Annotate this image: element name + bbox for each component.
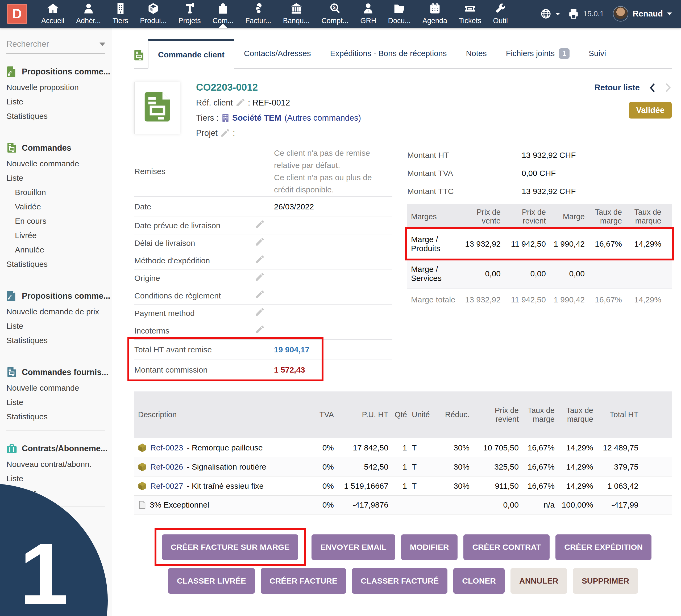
sidebar-title-propositions[interactable]: Propositions comme... [6, 66, 105, 77]
nav-item-documents[interactable]: Docu... [382, 0, 417, 28]
edit-pencil-icon[interactable] [255, 273, 264, 282]
globe-icon[interactable] [540, 8, 551, 19]
creer-expedition-button[interactable]: CRÉER EXPÉDITION [555, 534, 652, 560]
margin-row-services: Marge / Services 0,00 0,00 0,00 [407, 259, 672, 288]
classer-livree-button[interactable]: CLASSER LIVRÉE [168, 568, 255, 594]
product-ref-link[interactable]: Ref-0026 [150, 462, 183, 472]
edit-ref-client-pencil-icon[interactable] [236, 99, 245, 107]
tab-fichiers-joints[interactable]: Fichiers joints 1 [496, 39, 579, 68]
tab-expeditions[interactable]: Expéditions - Bons de réceptions [321, 39, 456, 68]
edit-pencil-icon[interactable] [255, 291, 264, 299]
banner-right: Retour liste Validée [594, 82, 672, 138]
avatar[interactable] [613, 6, 628, 22]
supprimer-button[interactable]: SUPPRIMER [573, 568, 638, 594]
globe-caret-icon[interactable] [555, 13, 560, 15]
sidebar-title-commandes-fournisseurs[interactable]: Commandes fournis... [6, 367, 105, 378]
product-ref-link[interactable]: Ref-0023 [150, 443, 183, 452]
sidebar-item[interactable]: Statistiques [6, 413, 105, 421]
printer-icon[interactable] [568, 8, 579, 19]
remise-note-2: Ce client n'a pas ou plus de crédit disp… [274, 171, 393, 196]
classer-facture-button[interactable]: CLASSER FACTURÉ [352, 568, 448, 594]
margin-row-totale: Marge totale 13 932,92 11 942,50 1 990,4… [407, 288, 672, 311]
sidebar-item[interactable]: Liste [6, 398, 105, 406]
sidebar-item[interactable]: Liste [6, 322, 105, 330]
sidebar-search-input[interactable]: Rechercher [6, 39, 105, 54]
home-icon [47, 3, 58, 14]
search-caret-icon[interactable] [100, 43, 105, 46]
sidebar-item[interactable]: Liste [6, 98, 105, 106]
edit-projet-pencil-icon[interactable] [221, 129, 230, 138]
tab-suivi[interactable]: Suivi [579, 39, 615, 68]
nav-item-grh[interactable]: GRH [354, 0, 382, 28]
nav-item-accueil[interactable]: Accueil [35, 0, 70, 28]
dolibarr-logo[interactable]: D [7, 4, 27, 24]
sidebar-item[interactable]: Nouvelle demande de prix [6, 308, 105, 316]
actions-row-1: CRÉER FACTURE SUR MARGE ENVOYER EMAIL MO… [134, 528, 672, 566]
envoyer-email-button[interactable]: ENVOYER EMAIL [311, 534, 395, 560]
sidebar-item[interactable]: Nouveau contrat/abonn. [6, 460, 105, 468]
edit-pencil-icon[interactable] [255, 325, 264, 334]
tab-commande-client[interactable]: Commande client [148, 39, 234, 69]
autres-commandes-link[interactable]: (Autres commandes) [284, 113, 361, 123]
user-caret-icon[interactable] [667, 12, 672, 16]
sidebar-item[interactable]: Nouvelle commande [6, 160, 105, 168]
line-label: 3% Exceptionnel [150, 501, 209, 509]
edit-pencil-icon[interactable] [255, 308, 264, 317]
sidebar-title-demandes-prix[interactable]: Propositions comme... [6, 291, 105, 301]
nav-item-comptabilite[interactable]: $ Compt... [316, 0, 354, 28]
tab-contacts-adresses[interactable]: Contacts/Adresses [234, 39, 321, 68]
sidebar-item[interactable]: Nouvelle commande [6, 384, 105, 392]
nav-item-tickets[interactable]: Tickets [453, 0, 487, 28]
tiers-link[interactable]: Société TEM [232, 113, 281, 123]
edit-pencil-icon[interactable] [255, 256, 264, 264]
product-ref-link[interactable]: Ref-0027 [150, 482, 183, 490]
order-ref[interactable]: CO2203-0012 [196, 82, 361, 93]
sidebar-item[interactable]: Statistiques [6, 337, 105, 344]
tab-notes[interactable]: Notes [456, 39, 496, 68]
user-menu[interactable]: Renaud [633, 9, 663, 19]
modifier-button[interactable]: MODIFIER [401, 534, 458, 560]
sidebar-item[interactable]: Annulée [6, 246, 105, 254]
sidebar-item[interactable]: Statistiques [6, 112, 105, 120]
field-row-incoterms: Incoterms [134, 322, 393, 339]
status-badge: Validée [629, 102, 672, 118]
sidebar-item[interactable]: Statistiques [6, 260, 105, 268]
prev-record-chevron-icon[interactable] [649, 83, 656, 92]
montant-ttc-value: 13 932,92 CHF [522, 187, 576, 196]
sidebar-item[interactable]: Brouillon [6, 188, 105, 196]
sidebar-title-commandes[interactable]: Commandes [6, 143, 105, 153]
sidebar-item[interactable]: Nouvelle proposition [6, 83, 105, 91]
sidebar-item[interactable]: Liste [6, 174, 105, 182]
back-to-list-link[interactable]: Retour liste [594, 83, 640, 92]
sidebar-item[interactable]: Validée [6, 203, 105, 211]
nav-item-banques[interactable]: Banqu... [277, 0, 316, 28]
product-label: - Kit traîné essieu fixe [187, 482, 263, 490]
next-record-chevron-icon[interactable] [665, 83, 672, 92]
nav-item-agenda[interactable]: Agenda [417, 0, 453, 28]
edit-pencil-icon[interactable] [255, 238, 264, 247]
nav-item-projets[interactable]: Projets [173, 0, 207, 28]
creer-facture-sur-marge-button[interactable]: CRÉER FACTURE SUR MARGE [162, 534, 299, 560]
annuler-button[interactable]: ANNULER [510, 568, 567, 594]
sidebar-item[interactable]: En cours [6, 217, 105, 225]
nav-item-outils[interactable]: Outil [487, 0, 514, 28]
nav-item-facturation[interactable]: Factur... [239, 0, 277, 28]
sidebar-title-contrats[interactable]: Contrats/Abonneme... [6, 443, 105, 454]
sidebar-item[interactable]: Livrée [6, 232, 105, 239]
sidebar-item[interactable]: Liste [6, 475, 105, 483]
nav-item-adherents[interactable]: Adhér... [70, 0, 107, 28]
creer-facture-button[interactable]: CRÉER FACTURE [261, 568, 346, 594]
top-navbar: D Accueil Adhér... Tiers Produi... Proje… [0, 0, 681, 28]
creer-contrat-button[interactable]: CRÉER CONTRAT [463, 534, 550, 560]
projet-label: Projet [196, 128, 218, 138]
nav-item-produits[interactable]: Produi... [134, 0, 173, 28]
edit-pencil-icon[interactable] [255, 220, 264, 229]
nav-item-tiers[interactable]: Tiers [107, 0, 134, 28]
cloner-button[interactable]: CLONER [453, 568, 505, 594]
member-icon [83, 3, 94, 14]
nav-item-commerce[interactable]: Com... [207, 0, 240, 28]
order-fields-table: Remises Ce client n'a pas de remise rela… [134, 146, 393, 380]
order-doc-icon [134, 50, 143, 61]
document-thumbnail[interactable] [134, 82, 180, 134]
annotation-red-box-button: CRÉER FACTURE SUR MARGE [155, 528, 306, 566]
